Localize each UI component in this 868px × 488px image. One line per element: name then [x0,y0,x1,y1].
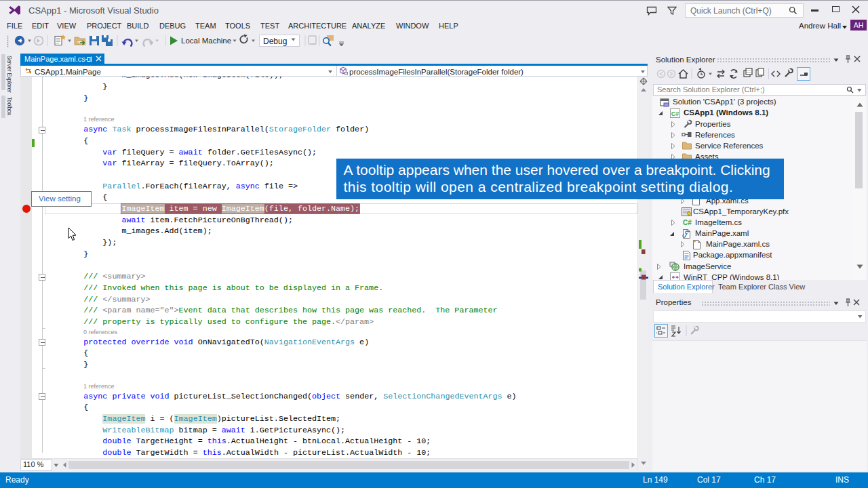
svg-text:C#: C# [683,219,692,226]
svg-text:C#: C# [671,110,679,117]
